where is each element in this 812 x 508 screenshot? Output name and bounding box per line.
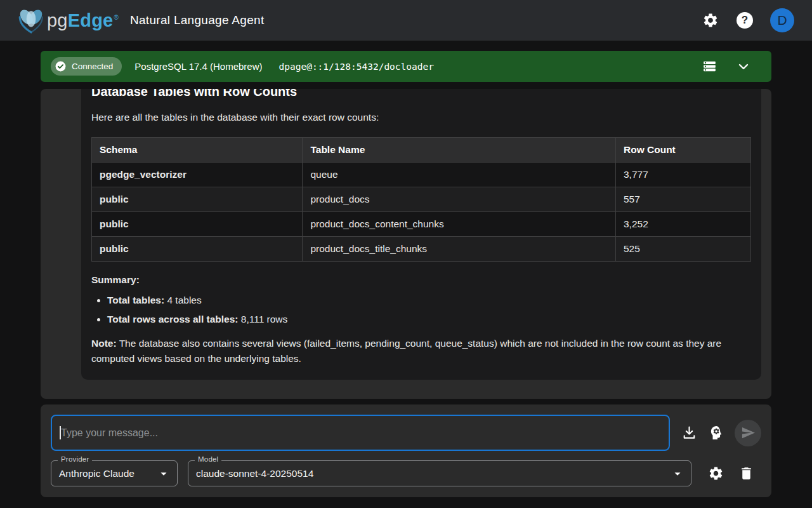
table-name-cell: product_docs: [303, 187, 616, 212]
list-icon: [702, 58, 717, 74]
settings-button[interactable]: [698, 8, 723, 33]
gear-icon: [708, 465, 724, 481]
schema-cell: public: [92, 187, 303, 212]
check-circle-icon: [55, 60, 67, 72]
logo-text-pg: pg: [47, 10, 68, 31]
provider-select[interactable]: Provider Anthropic Claude: [51, 460, 178, 486]
row-count-cell: 3,252: [615, 212, 750, 237]
summary-heading: Summary:: [91, 274, 751, 286]
message-heading: Database Tables with Row Counts: [91, 89, 751, 100]
model-select-value: claude-sonnet-4-20250514: [196, 468, 313, 479]
table-row: pgedge_vectorizer queue 3,777: [92, 163, 751, 187]
row-count-cell: 525: [615, 237, 750, 262]
table-row: public product_docs_content_chunks 3,252: [92, 212, 751, 237]
list-item: Total rows across all tables: 8,111 rows: [107, 312, 751, 326]
chevron-down-icon: [736, 59, 751, 74]
bullet-label: Total tables:: [107, 295, 164, 305]
connection-status-label: Connected: [72, 62, 113, 71]
pgedge-logo: pgEdge®: [16, 7, 119, 34]
gear-icon: [702, 12, 719, 29]
bullet-value: 4 tables: [164, 295, 202, 305]
table-name-cell: product_docs_content_chunks: [303, 212, 616, 237]
connection-string: dpage@::1/128:5432/docloader: [279, 62, 434, 72]
model-select[interactable]: Model claude-sonnet-4-20250514: [188, 460, 691, 486]
send-icon: [741, 425, 756, 440]
clear-chat-button[interactable]: [733, 461, 759, 486]
help-icon: ?: [737, 12, 753, 29]
bullet-label: Total rows across all tables:: [107, 314, 238, 324]
provider-select-value: Anthropic Claude: [59, 468, 134, 479]
composer-panel: Provider Anthropic Claude Model claude-s…: [41, 404, 771, 497]
pgedge-logo-mark-icon: [16, 7, 46, 34]
summary-list: Total tables: 4 tables Total rows across…: [91, 293, 751, 326]
caret-down-icon: [671, 467, 684, 481]
note-paragraph: Note: The database also contains several…: [91, 336, 751, 366]
assistant-message-card: Database Tables with Row Counts Here are…: [81, 89, 761, 380]
avatar-initial: D: [777, 13, 787, 28]
column-header-table-name: Table Name: [303, 138, 616, 163]
help-button[interactable]: ?: [732, 8, 757, 33]
message-intro: Here are all the tables in the database …: [91, 110, 751, 124]
send-button[interactable]: [735, 420, 761, 446]
schema-cell: public: [92, 212, 303, 237]
bullet-value: 8,111 rows: [238, 314, 287, 324]
table-row: public product_docs 557: [92, 187, 751, 212]
reasoning-button[interactable]: [703, 420, 728, 446]
page-title: Natural Language Agent: [130, 13, 265, 27]
table-name-cell: product_docs_title_chunks: [303, 237, 616, 262]
row-count-cell: 3,777: [615, 163, 750, 187]
caret-down-icon: [157, 467, 171, 481]
connection-collapse-button[interactable]: [731, 54, 756, 79]
download-chat-button[interactable]: [676, 420, 702, 446]
column-header-schema: Schema: [92, 138, 303, 163]
download-icon: [681, 425, 697, 441]
message-input[interactable]: [51, 415, 670, 451]
connection-bar: Connected PostgreSQL 17.4 (Homebrew) dpa…: [41, 51, 771, 82]
chat-scroll-area[interactable]: Database Tables with Row Counts Here are…: [41, 89, 771, 399]
help-glyph: ?: [742, 14, 748, 27]
connection-details-button[interactable]: [697, 54, 722, 79]
user-avatar[interactable]: D: [770, 8, 794, 32]
text-cursor: [60, 426, 61, 439]
logo-registered-mark: ®: [114, 14, 119, 21]
table-name-cell: queue: [303, 163, 616, 187]
model-settings-button[interactable]: [703, 461, 728, 486]
trash-icon: [738, 465, 754, 481]
column-header-row-count: Row Count: [615, 138, 750, 163]
row-counts-table: Schema Table Name Row Count pgedge_vecto…: [91, 137, 751, 262]
table-row: public product_docs_title_chunks 525: [92, 237, 751, 262]
row-count-cell: 557: [615, 187, 750, 212]
server-version-label: PostgreSQL 17.4 (Homebrew): [134, 61, 262, 72]
note-text: The database also contains several views…: [91, 338, 721, 364]
connection-status-badge: Connected: [51, 57, 122, 76]
provider-select-label: Provider: [58, 455, 92, 463]
logo-text-edge: Edge: [68, 10, 114, 31]
schema-cell: public: [92, 237, 303, 262]
app-bar: pgEdge® Natural Language Agent ? D: [0, 0, 812, 41]
psychology-icon: [708, 425, 724, 441]
table-header-row: Schema Table Name Row Count: [92, 138, 751, 163]
model-select-label: Model: [195, 455, 221, 463]
note-label: Note:: [91, 338, 117, 349]
list-item: Total tables: 4 tables: [107, 293, 751, 307]
schema-cell: pgedge_vectorizer: [92, 163, 303, 187]
